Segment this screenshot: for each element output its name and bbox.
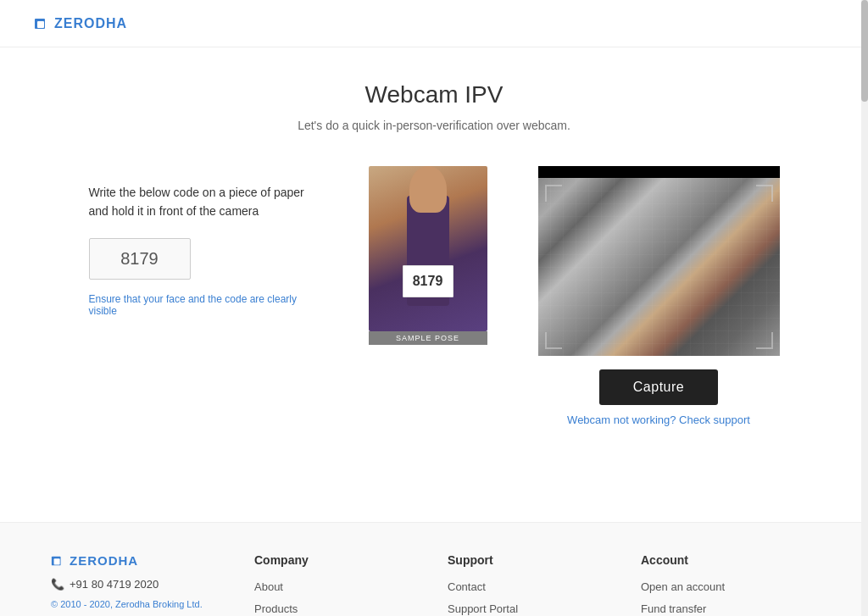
footer-link-contact: Contact [448,579,624,594]
footer-grid: ZERODHA 📞 +91 80 4719 2020 © 2010 - 2020… [51,553,817,616]
footer-logo-icon [51,554,64,568]
webcam-area [538,166,780,356]
sample-pose-container: 8179 SAMPLE POSE [369,166,487,345]
copyright-line1: © 2010 - 2020, Zerodha Broking Ltd. [51,597,237,613]
footer: ZERODHA 📞 +91 80 4719 2020 © 2010 - 2020… [0,522,868,616]
scrollbar-thumb[interactable] [861,0,868,102]
footer-account-links: Open an account Fund transfer 60 day cha… [641,579,817,616]
ipv-instructions: Write the below code on a piece of paper… [89,166,318,317]
footer-link-about: About [254,579,431,594]
header: ZERODHA [0,0,868,47]
footer-logo: ZERODHA [51,553,237,568]
svg-rect-1 [37,21,44,28]
footer-link-contact-anchor[interactable]: Contact [448,580,486,593]
footer-link-support-portal-anchor[interactable]: Support Portal [448,602,518,615]
footer-company-links: About Products Pricing [254,579,431,616]
footer-logo-text: ZERODHA [70,553,138,568]
logo-text: ZERODHA [54,16,127,31]
footer-phone: 📞 +91 80 4719 2020 [51,578,237,591]
footer-brand: ZERODHA 📞 +91 80 4719 2020 © 2010 - 2020… [51,553,237,616]
page-subtitle: Let's do a quick in-person-verification … [17,119,851,132]
footer-link-products: Products [254,601,431,616]
footer-col-account: Account Open an account Fund transfer 60… [641,553,817,616]
webcam-corner-br [756,332,773,349]
ipv-note-prefix: Ensure that [89,293,144,305]
phone-number: +91 80 4719 2020 [70,578,159,591]
webcam-corner-bl [545,332,562,349]
webcam-corner-tl [545,185,562,202]
footer-col-support: Support Contact Support Portal Z-Connect [448,553,624,616]
webcam-topbar [538,166,780,178]
pose-paper-code: 8179 [403,265,453,297]
footer-support-links: Contact Support Portal Z-Connect [448,579,624,616]
svg-rect-3 [54,558,60,564]
webcam-section: Capture Webcam not working? Check suppor… [538,166,780,426]
footer-link-fund-transfer-anchor[interactable]: Fund transfer [641,602,706,615]
copyright-link[interactable]: © 2010 - 2020, Zerodha Broking Ltd. [51,599,203,609]
webcam-feed-visual [538,178,780,356]
footer-link-products-anchor[interactable]: Products [254,602,298,615]
copyright-line2: All rights reserved. [51,613,237,616]
logo[interactable]: ZERODHA [34,16,127,31]
footer-col-company: Company About Products Pricing [254,553,431,616]
page-title: Webcam IPV [17,81,851,108]
webcam-feed [538,178,780,356]
zerodha-logo-icon [34,16,49,31]
webcam-support-link[interactable]: Webcam not working? Check support [567,413,750,426]
phone-icon: 📞 [51,578,64,591]
footer-link-about-anchor[interactable]: About [254,580,283,593]
footer-support-title: Support [448,553,624,567]
capture-button[interactable]: Capture [599,369,718,405]
sample-pose-label: SAMPLE POSE [369,331,487,345]
ipv-instruction-text: Write the below code on a piece of paper… [89,183,318,221]
scrollbar[interactable] [861,0,868,616]
footer-link-open-account: Open an account [641,579,817,594]
main-content: Webcam IPV Let's do a quick in-person-ve… [0,47,868,522]
ipv-section: Write the below code on a piece of paper… [53,166,815,426]
webcam-corner-tr [756,185,773,202]
ipv-code: 8179 [89,238,191,280]
footer-link-support-portal: Support Portal [448,601,624,616]
footer-copyright: © 2010 - 2020, Zerodha Broking Ltd. All … [51,597,237,616]
sample-pose-image: 8179 [369,166,487,331]
ipv-note: Ensure that your face and the code are c… [89,293,318,317]
footer-link-open-account-anchor[interactable]: Open an account [641,580,725,593]
footer-company-title: Company [254,553,431,567]
footer-link-fund-transfer: Fund transfer [641,601,817,616]
footer-account-title: Account [641,553,817,567]
